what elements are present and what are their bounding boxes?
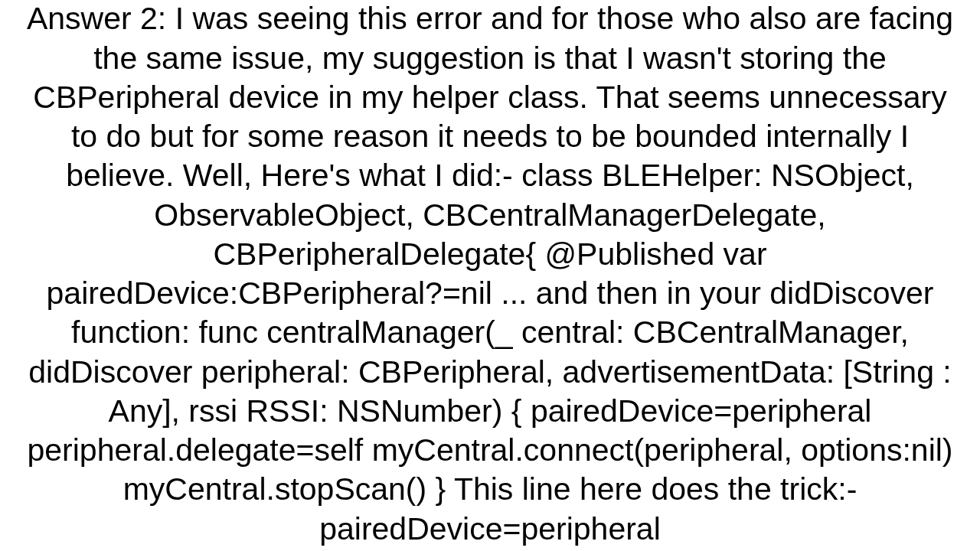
answer-block: Answer 2: I was seeing this error and fo… — [0, 0, 980, 551]
answer-text: Answer 2: I was seeing this error and fo… — [21, 0, 959, 549]
